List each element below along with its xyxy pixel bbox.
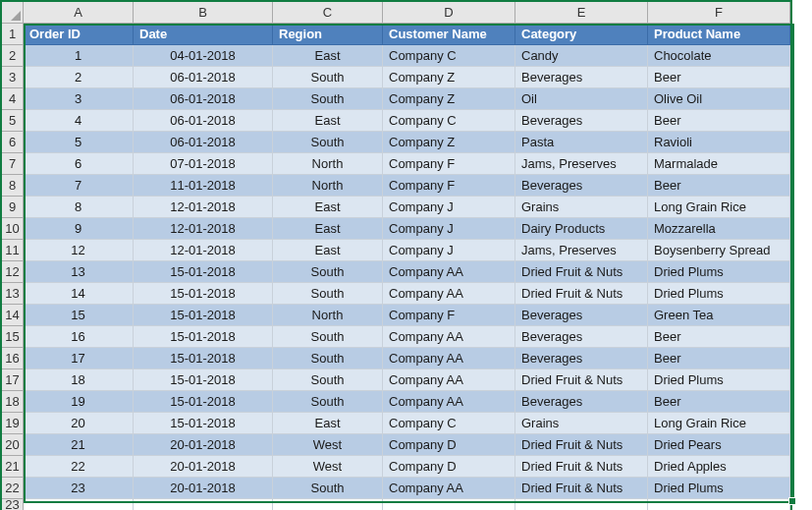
cell[interactable]: South	[273, 88, 383, 110]
cell[interactable]: 15-01-2018	[134, 305, 273, 326]
cell[interactable]: Beer	[648, 67, 790, 88]
cell[interactable]: 15	[24, 305, 134, 326]
cell[interactable]: Beverages	[515, 110, 648, 132]
cell[interactable]: Oil	[515, 88, 648, 110]
cell[interactable]: East	[273, 45, 383, 67]
cell[interactable]: 20-01-2018	[134, 456, 273, 478]
cell[interactable]: Company AA	[383, 391, 515, 413]
cell[interactable]: 15-01-2018	[134, 326, 273, 348]
row-header-6[interactable]: 6	[2, 132, 24, 153]
cell[interactable]: Company Z	[383, 132, 515, 153]
cell[interactable]: Grains	[515, 197, 648, 218]
cell[interactable]: Dried Fruit & Nuts	[515, 478, 648, 499]
cell[interactable]: 2	[24, 67, 134, 88]
cell[interactable]: South	[273, 283, 383, 305]
cell[interactable]: Beer	[648, 326, 790, 348]
cell[interactable]: Dried Plums	[648, 369, 790, 391]
cell[interactable]: Company C	[383, 45, 515, 67]
cell[interactable]: Company AA	[383, 326, 515, 348]
cell[interactable]: Mozzarella	[648, 218, 790, 240]
cell[interactable]	[648, 499, 790, 510]
cell[interactable]: South	[273, 369, 383, 391]
row-header-4[interactable]: 4	[2, 88, 24, 110]
cell[interactable]: Dried Fruit & Nuts	[515, 434, 648, 456]
row-header-20[interactable]: 20	[2, 434, 24, 456]
col-header-D[interactable]: D	[383, 2, 515, 24]
cell[interactable]: Chocolate	[648, 45, 790, 67]
row-header-13[interactable]: 13	[2, 283, 24, 305]
row-header-1[interactable]: 1	[2, 24, 24, 45]
cell[interactable]: Dairy Products	[515, 218, 648, 240]
cell[interactable]: Jams, Preserves	[515, 240, 648, 261]
cell[interactable]: Beverages	[515, 175, 648, 197]
row-header-12[interactable]: 12	[2, 261, 24, 283]
cell[interactable]: Company C	[383, 110, 515, 132]
cell[interactable]: 8	[24, 197, 134, 218]
cell[interactable]: 15-01-2018	[134, 348, 273, 369]
cell[interactable]: 7	[24, 175, 134, 197]
header-date[interactable]: Date	[134, 24, 273, 45]
cell[interactable]: Pasta	[515, 132, 648, 153]
row-header-10[interactable]: 10	[2, 218, 24, 240]
cell[interactable]: South	[273, 348, 383, 369]
row-header-14[interactable]: 14	[2, 305, 24, 326]
cell[interactable]: 06-01-2018	[134, 110, 273, 132]
cell[interactable]: 23	[24, 478, 134, 499]
cell[interactable]: 14	[24, 283, 134, 305]
cell[interactable]: South	[273, 391, 383, 413]
cell[interactable]: Long Grain Rice	[648, 413, 790, 434]
header-order-id[interactable]: Order ID	[24, 24, 134, 45]
cell[interactable]: 15-01-2018	[134, 413, 273, 434]
cell[interactable]: 1	[24, 45, 134, 67]
row-header-15[interactable]: 15	[2, 326, 24, 348]
cell[interactable]: Company AA	[383, 283, 515, 305]
cell[interactable]: Dried Fruit & Nuts	[515, 456, 648, 478]
cell[interactable]: 06-01-2018	[134, 132, 273, 153]
cell[interactable]: Beverages	[515, 326, 648, 348]
cell[interactable]	[383, 499, 515, 510]
cell[interactable]: Beer	[648, 391, 790, 413]
cell[interactable]: 12-01-2018	[134, 218, 273, 240]
cell[interactable]	[273, 499, 383, 510]
col-header-C[interactable]: C	[273, 2, 383, 24]
cell[interactable]: 15-01-2018	[134, 369, 273, 391]
cell[interactable]: 06-01-2018	[134, 67, 273, 88]
cell[interactable]: 12	[24, 240, 134, 261]
header-region[interactable]: Region	[273, 24, 383, 45]
cell[interactable]: Company J	[383, 240, 515, 261]
cell[interactable]: Beer	[648, 110, 790, 132]
cell[interactable]: Company D	[383, 434, 515, 456]
cell[interactable]: Company J	[383, 218, 515, 240]
cell[interactable]: Dried Fruit & Nuts	[515, 261, 648, 283]
cell[interactable]	[24, 499, 134, 510]
cell[interactable]: Grains	[515, 413, 648, 434]
cell[interactable]: West	[273, 434, 383, 456]
cell[interactable]: 3	[24, 88, 134, 110]
cell[interactable]: Marmalade	[648, 153, 790, 175]
cell[interactable]: 15-01-2018	[134, 391, 273, 413]
cell[interactable]: 04-01-2018	[134, 45, 273, 67]
row-header-17[interactable]: 17	[2, 369, 24, 391]
cell[interactable]: Dried Fruit & Nuts	[515, 369, 648, 391]
cell[interactable]: Company F	[383, 175, 515, 197]
cell[interactable]: Dried Pears	[648, 434, 790, 456]
cell[interactable]: Company C	[383, 413, 515, 434]
row-header-16[interactable]: 16	[2, 348, 24, 369]
row-header-2[interactable]: 2	[2, 45, 24, 67]
cell[interactable]: 17	[24, 348, 134, 369]
cell[interactable]: Company AA	[383, 348, 515, 369]
cell[interactable]: East	[273, 240, 383, 261]
cell[interactable]: Beverages	[515, 391, 648, 413]
cell[interactable]: 22	[24, 456, 134, 478]
cell[interactable]: Dried Plums	[648, 261, 790, 283]
cell[interactable]: 07-01-2018	[134, 153, 273, 175]
col-header-A[interactable]: A	[24, 2, 134, 24]
cell[interactable]: Jams, Preserves	[515, 153, 648, 175]
cell[interactable]: Boysenberry Spread	[648, 240, 790, 261]
cell[interactable]: South	[273, 132, 383, 153]
cell[interactable]: 4	[24, 110, 134, 132]
cell[interactable]: 15-01-2018	[134, 261, 273, 283]
cell[interactable]: Company Z	[383, 88, 515, 110]
row-header-5[interactable]: 5	[2, 110, 24, 132]
cell[interactable]	[134, 499, 273, 510]
